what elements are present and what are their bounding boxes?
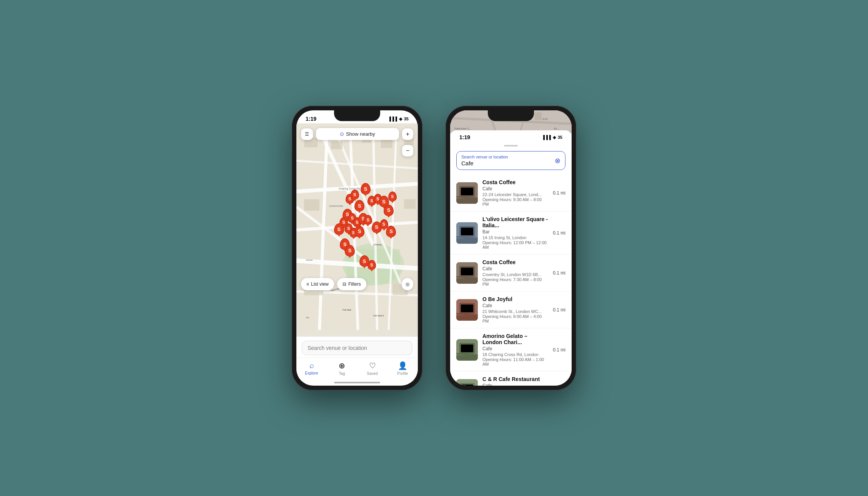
- venue-thumbnail: [456, 182, 478, 204]
- current-location-button[interactable]: ◎: [402, 278, 413, 290]
- venue-thumbnail: [456, 339, 478, 361]
- tab-tag-label: Tag: [339, 371, 345, 376]
- venue-info: O Be Joyful Cafe 21 Whitcomb St., London…: [482, 296, 548, 323]
- svg-rect-54: [461, 268, 473, 275]
- venue-name: Costa Coffee: [482, 259, 548, 265]
- venue-thumbnail: [456, 379, 478, 386]
- venue-distance: 0.1 mi: [553, 270, 565, 276]
- results-list[interactable]: Costa Coffee Cafe 22-24 Leicester Square…: [450, 175, 572, 386]
- search-input-map[interactable]: [302, 341, 412, 355]
- svg-text:Circus: Circus: [306, 259, 313, 261]
- filters-button[interactable]: ⊟ Filters: [337, 278, 366, 290]
- signal-icon: ▐▐▐: [388, 117, 397, 121]
- venue-hours: Opening Hours: 7:30 AM – 8:00 PM: [482, 277, 548, 286]
- phone-search: A40 Tottenham C... En... 1:19 ▐▐▐ ◈ 35: [446, 106, 576, 390]
- svg-rect-51: [456, 238, 478, 244]
- search-value: Cafe: [461, 160, 560, 166]
- tab-profile-label: Profile: [397, 371, 408, 376]
- venue-hours: Opening Hours: 12:00 PM – 12:00 AM: [482, 240, 548, 250]
- venue-thumbnail: [456, 222, 478, 244]
- venue-thumbnail: [456, 262, 478, 284]
- wifi-icon: ◈: [399, 117, 402, 122]
- venue-address: Coventry St, London W1D 6B...: [482, 272, 548, 277]
- svg-rect-64: [461, 345, 473, 352]
- tab-tag[interactable]: ⊕ Tag: [327, 361, 357, 376]
- venue-type: Bar: [482, 229, 548, 235]
- tab-explore[interactable]: ⌕ Explore: [296, 361, 327, 376]
- venue-info: Costa Coffee Cafe Coventry St, London W1…: [482, 259, 548, 286]
- search-clear-button[interactable]: ⊗: [555, 156, 560, 165]
- svg-rect-20: [304, 199, 319, 211]
- map-pin[interactable]: S: [367, 260, 376, 270]
- status-time-2: 1:19: [459, 134, 470, 140]
- venue-type: Cafe: [482, 383, 548, 386]
- zoom-out-button[interactable]: −: [402, 145, 413, 156]
- map-pin[interactable]: S: [351, 190, 359, 200]
- search-field-container: Search venue or location Cafe ⊗: [450, 151, 572, 175]
- map-pin[interactable]: S: [334, 223, 344, 235]
- profile-icon: 👤: [398, 361, 407, 370]
- venue-name: Costa Coffee: [482, 179, 548, 185]
- venue-info: Costa Coffee Cafe 22-24 Leicester Square…: [482, 179, 548, 206]
- map-area[interactable]: Charing Cross Rd CHINATOWN Circus Charin…: [296, 123, 418, 336]
- venue-distance: 0.1 mi: [553, 230, 565, 236]
- tab-saved-label: Saved: [367, 371, 377, 376]
- phone-map: 1:19 ▐▐▐ ◈ 35: [292, 106, 422, 390]
- svg-text:Charing: Charing: [373, 243, 381, 246]
- svg-rect-56: [456, 278, 478, 284]
- venue-thumb-img: [456, 299, 478, 321]
- hamburger-button[interactable]: ☰: [301, 128, 313, 140]
- map-pin[interactable]: S: [354, 226, 364, 237]
- result-item[interactable]: Amorino Gelato – London Chari... Cafe 18…: [450, 328, 572, 371]
- status-icons-1: ▐▐▐ ◈ 35: [388, 117, 409, 122]
- search-field[interactable]: Search venue or location Cafe ⊗: [456, 151, 565, 170]
- filter-icon: ⊟: [343, 281, 346, 287]
- svg-text:A40: A40: [542, 117, 548, 121]
- result-item[interactable]: L'ulivo Leicester Square - Italia... Bar…: [450, 211, 572, 255]
- search-results-card: 1:19 ▐▐▐ ◈ 35 Search venue or location C…: [450, 130, 572, 386]
- venue-hours: Opening Hours: 11:00 AM – 1:00 AM: [482, 357, 548, 366]
- svg-text:CHINATOWN: CHINATOWN: [329, 205, 343, 207]
- notch-2: [488, 110, 534, 121]
- search-label: Search venue or location: [461, 155, 560, 159]
- search-bar-container: [296, 336, 418, 358]
- hamburger-icon: ☰: [305, 131, 309, 137]
- venue-address: 22-24 Leicester Square, Lond...: [482, 192, 548, 197]
- list-view-button[interactable]: ≡ List view: [301, 278, 334, 290]
- venue-name: C & R Cafe Restaurant: [482, 376, 548, 382]
- map-pin[interactable]: S: [384, 205, 394, 216]
- status-time-1: 1:19: [306, 116, 316, 122]
- home-indicator: [334, 382, 380, 383]
- map-pin[interactable]: S: [388, 191, 397, 201]
- tab-explore-label: Explore: [305, 371, 318, 375]
- explore-icon: ⌕: [309, 361, 314, 370]
- svg-text:S's: S's: [306, 316, 309, 319]
- saved-icon: ♡: [369, 361, 376, 370]
- venue-thumbnail: [456, 299, 478, 321]
- tab-saved[interactable]: ♡ Saved: [357, 361, 387, 376]
- result-item[interactable]: C & R Cafe Restaurant Cafe 4-5 Rupert Ct…: [450, 371, 572, 386]
- venue-name: L'ulivo Leicester Square - Italia...: [482, 216, 548, 228]
- show-nearby-button[interactable]: ⊙ Show nearby: [316, 128, 399, 140]
- tab-bar: ⌕ Explore ⊕ Tag ♡ Saved 👤 Profile: [296, 358, 418, 382]
- venue-distance: 0.1 mi: [553, 307, 565, 313]
- venue-address: 18 Charing Cross Rd, London: [482, 352, 548, 357]
- map-pin[interactable]: S: [364, 215, 372, 225]
- tab-profile[interactable]: 👤 Profile: [387, 361, 418, 376]
- map-pin[interactable]: S: [345, 245, 355, 256]
- result-item[interactable]: Costa Coffee Cafe 22-24 Leicester Square…: [450, 175, 572, 211]
- venue-name: O Be Joyful: [482, 296, 548, 302]
- zoom-in-button[interactable]: +: [402, 128, 413, 140]
- map-pin[interactable]: S: [361, 183, 371, 195]
- venue-distance: 0.1 mi: [553, 190, 565, 196]
- result-item[interactable]: O Be Joyful Cafe 21 Whitcomb St., London…: [450, 291, 572, 328]
- map-pin[interactable]: S: [354, 200, 364, 211]
- venue-address: 21 Whitcomb St., London WC...: [482, 309, 548, 314]
- svg-text:Pall Mall: Pall Mall: [343, 309, 351, 311]
- venue-thumb-img: [456, 379, 478, 386]
- map-pin[interactable]: S: [386, 226, 396, 237]
- venue-distance: 0.1 mi: [553, 347, 565, 353]
- svg-rect-44: [461, 188, 473, 195]
- result-item[interactable]: Costa Coffee Cafe Coventry St, London W1…: [450, 255, 572, 291]
- svg-rect-66: [456, 355, 478, 361]
